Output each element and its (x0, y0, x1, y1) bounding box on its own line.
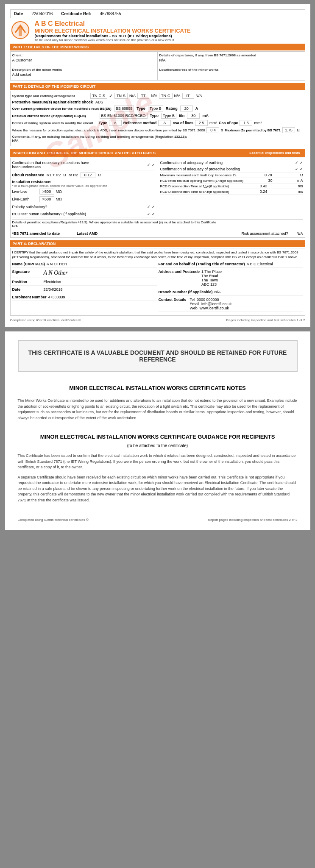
system-it: IT (182, 93, 194, 99)
oc-rating-value: 20 (180, 106, 193, 111)
rcd-time1-label: RCD Disconnection Time at 1△n(if applica… (160, 184, 229, 188)
address-label: Address and Postcode (159, 270, 200, 274)
comments-area: Comments, if any, on existing installati… (12, 134, 303, 143)
page2-footer: Completed using iCertifi electrical cert… (18, 516, 298, 522)
overcurrent-label: Over current protective device for the m… (12, 107, 112, 111)
wiring-row: Details of wiring system used to modify … (12, 120, 303, 126)
bonding-v2: ✓ (300, 167, 303, 171)
polarity-label: Polarity satisfactory? (12, 205, 47, 209)
rcd-type-value: Type B (161, 113, 176, 119)
insulation-label: Insulation resistance: (12, 180, 155, 184)
live-earth-row: Live-Earth >500 MΩ (12, 195, 155, 203)
signatories-grid: Name (CAPITALS) A N OTHER Signature A N … (12, 262, 303, 314)
footer-right: Pages including inspection and test sche… (226, 318, 305, 322)
latest-amd-label: Latest AMD (77, 231, 98, 236)
rcd-type-label: Type (150, 114, 159, 118)
cert-ref-value: 467888755 (100, 11, 121, 16)
company-text: A B C Electrical MINOR ELECTRICAL INSTAL… (35, 20, 191, 42)
confirmed-checks: ✓ ✓ (147, 163, 155, 167)
tel-label: Tel (190, 298, 195, 302)
for-label: For and on behalf of (Trading title of c… (159, 262, 245, 266)
departures-label: Details of departures, if any, from BS 7… (159, 53, 303, 57)
signature-value: A N Other (44, 270, 68, 276)
branch-value: N/A (215, 290, 221, 294)
sig-name-row: Name (CAPITALS) A N OTHER (12, 262, 157, 268)
sig-date-value: 22/04/2016 (44, 287, 63, 292)
page2-footer-right: Report pages including inspection and te… (208, 518, 297, 522)
client-label: Client: (12, 53, 156, 57)
live-earth-value: >500 (39, 196, 54, 202)
footer-left: Completed using iCertifi electrical cert… (10, 318, 81, 322)
tnc-na: N/A (174, 94, 181, 98)
rcd-time2-row: RCD Disconnection Time at 5△n(if applica… (160, 189, 303, 195)
company-name: A B C Electrical (35, 20, 191, 28)
rcd-rated-value: 30 (268, 178, 272, 183)
valuable-box: THIS CERTIFICATE IS A VALUABLE DOCUMENT … (18, 340, 298, 372)
live-earth-label: Live-Earth (12, 197, 38, 201)
max-earth-unit: Ω (300, 173, 303, 177)
guidance-text1: This Certificate has been issued to conf… (18, 453, 298, 470)
details-note: Details of permitted exceptions (Regulat… (12, 220, 216, 224)
protection-value: 0.4 (206, 127, 219, 133)
wiring-cpc-unit: mm² (254, 121, 262, 125)
max-earth-row: Maximum measured earth fault loop impeda… (160, 172, 303, 178)
insp-right: Confirmation of adequacy of earthing ✓ ✓… (160, 160, 303, 217)
minor-note: To be used only for minor electrical wor… (35, 38, 191, 42)
part2-box: System type and earthing arrangement TN-… (10, 91, 305, 146)
signature-label: Signature (12, 270, 42, 274)
contact-row: Contact Details Tel 0000 000000 Email in… (159, 298, 303, 312)
protection-row: Where the measure for protection against… (12, 127, 303, 133)
circ-res-label: Circuit resistance (12, 173, 45, 177)
rcd-rated-row: RCD rated residual operting current (1△n… (160, 178, 303, 184)
protection-unit: s (221, 128, 223, 132)
enrolment-value: 47383839 (48, 295, 65, 299)
oc-rating-label: Rating (166, 106, 178, 111)
notes-text: The Minor Works Certificate is intended … (18, 398, 298, 421)
sig-position-row: Position Electrician (12, 280, 157, 286)
page2-footer-left: Completed using iCertifi electrical cert… (18, 518, 89, 522)
wiring-csa-unit: mm² (209, 121, 217, 125)
comments-label: Comments, if any, on existing installati… (12, 135, 187, 139)
page1-footer: Completed using iCertifi electrical cert… (10, 318, 305, 322)
protection-max-label: Maximum Zs permitted by BS 7671 (225, 128, 281, 132)
rcd-time2-value: 0.24 (260, 189, 268, 194)
r1r2-label: R1 + R2 (47, 173, 61, 177)
system-tns: TN-S (114, 93, 128, 99)
guidance-title: MINOR ELECTRICAL INSTALLATION WORKS CERT… (18, 434, 298, 440)
branch-label: Branch Number (if applicable) (159, 290, 213, 294)
earthing-row: Confirmation of adequacy of earthing ✓ ✓ (160, 160, 303, 166)
tt-na: N/A (151, 94, 157, 98)
inspection-grid: Confirmation that necessary inspections … (12, 160, 303, 217)
page-2: THIS CERTIFICATE IS A VALUABLE DOCUMENT … (5, 331, 310, 530)
cert-title: MINOR ELECTRICAL INSTALLATION WORKS CERT… (35, 28, 191, 34)
essential-badge: Essential inspections and tests (247, 150, 302, 156)
insp-left: Confirmation that necessary inspections … (12, 160, 155, 217)
valuable-title: THIS CERTIFICATE IS A VALUABLE DOCUMENT … (27, 349, 288, 363)
divider2 (159, 66, 303, 66)
system-label: System type and earthing arrangement (12, 94, 89, 98)
email-value: info@icertifi.co.uk (201, 302, 231, 306)
rcd-test-checks: ✓ ✓ (147, 212, 155, 216)
bs7671-label: *BS 7671 amended to date (12, 231, 60, 236)
rcd-rated-unit: mA (297, 178, 303, 183)
date-label: Date (14, 11, 23, 16)
protective-label: Protective measure(s) against electric s… (12, 100, 93, 104)
wiring-label: Details of wiring system used to modify … (12, 121, 97, 125)
contact-label: Contact Details (159, 298, 188, 302)
details-value: N/A (12, 224, 18, 228)
oc-unit: A (195, 106, 198, 111)
earthing-checks: ✓ ✓ (295, 161, 303, 165)
rcd-time1-value: 0.42 (260, 184, 268, 188)
contact-details: Tel 0000 000000 Email info@icertifi.co.u… (190, 298, 232, 310)
sig-signature-row: Signature A N Other (12, 270, 157, 278)
wiring-cpc-val: 1.5 (240, 120, 252, 126)
departures-value: N/A (159, 57, 303, 64)
pol-v2: ✓ (152, 205, 155, 209)
protection-max-unit: Ω (297, 128, 300, 132)
header-row: Date 22/04/2016 Certificate Ref: 4678887… (10, 9, 305, 18)
wiring-csa-lbl: csa of lives (173, 121, 193, 125)
earthing-label: Confirmation of adequacy of earthing (160, 161, 223, 165)
address-value: 1 The Place The Road The Town ABC 123 (201, 270, 222, 287)
rcd-idan-value: 30 (187, 113, 200, 119)
enrolment-label: Enrolment Number (12, 295, 47, 299)
